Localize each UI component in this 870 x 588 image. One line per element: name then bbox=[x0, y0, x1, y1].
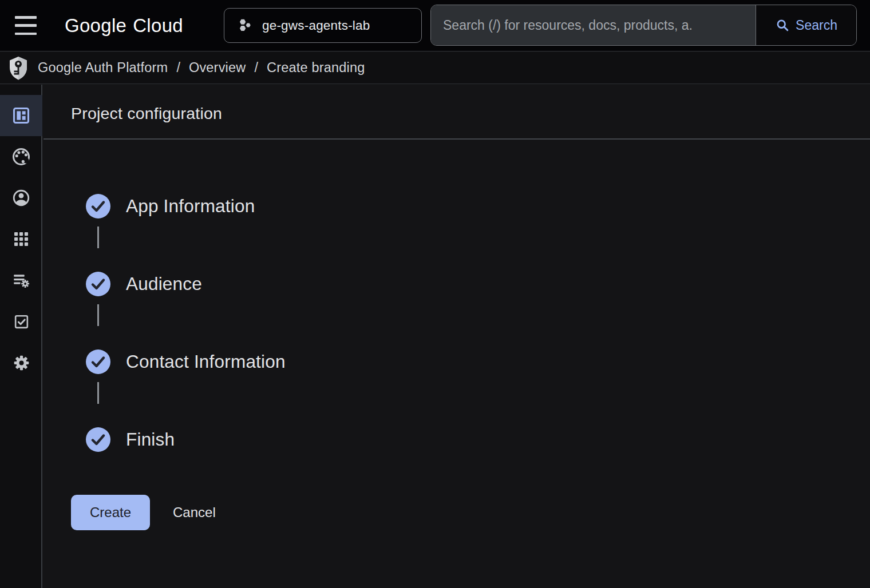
sidebar-item-audience[interactable] bbox=[0, 177, 42, 218]
step-completed-check-icon bbox=[86, 272, 110, 296]
step-connector bbox=[97, 227, 99, 248]
sidebar-item-verification[interactable] bbox=[0, 301, 42, 342]
project-selector-button[interactable]: ge-gws-agents-lab bbox=[224, 8, 422, 43]
breadcrumb: Google Auth Platform / Overview / Create… bbox=[0, 52, 870, 84]
sidebar-item-dashboard[interactable] bbox=[0, 95, 42, 136]
logo-word-google: Google bbox=[65, 15, 126, 37]
step-completed-check-icon bbox=[86, 349, 110, 374]
sidebar-item-settings[interactable] bbox=[0, 342, 42, 383]
step-app-information: App Information bbox=[86, 193, 255, 218]
step-label: Finish bbox=[126, 429, 175, 450]
search-button-label: Search bbox=[796, 18, 837, 33]
search-input[interactable] bbox=[431, 18, 756, 33]
step-label: Contact Information bbox=[126, 351, 286, 372]
project-hexagons-icon bbox=[237, 18, 252, 33]
create-button[interactable]: Create bbox=[71, 495, 150, 530]
step-connector bbox=[97, 304, 99, 326]
breadcrumb-separator: / bbox=[176, 60, 180, 76]
step-contact-information: Contact Information bbox=[86, 349, 286, 374]
header-divider bbox=[43, 138, 870, 140]
logo-word-cloud: Cloud bbox=[133, 15, 183, 37]
search-icon bbox=[775, 18, 790, 33]
sidebar-nav bbox=[0, 85, 42, 588]
breadcrumb-item-overview[interactable]: Overview bbox=[189, 60, 246, 76]
shield-key-icon bbox=[8, 56, 29, 80]
sidebar-item-data-access[interactable] bbox=[0, 260, 42, 301]
top-bar: Google Cloud ge-gws-agents-lab Search bbox=[0, 0, 870, 51]
page-title: Project configuration bbox=[71, 104, 222, 123]
breadcrumb-separator: / bbox=[254, 60, 258, 76]
search-button[interactable]: Search bbox=[756, 5, 856, 45]
breadcrumb-item-google-auth-platform[interactable]: Google Auth Platform bbox=[38, 60, 168, 76]
breadcrumb-item-create-branding[interactable]: Create branding bbox=[267, 60, 365, 76]
sidebar-item-clients[interactable] bbox=[0, 218, 42, 260]
sidebar-item-branding[interactable] bbox=[0, 136, 42, 177]
dashboard-icon bbox=[11, 106, 31, 125]
step-completed-check-icon bbox=[86, 427, 110, 452]
list-settings-icon bbox=[11, 271, 31, 290]
search-bar: Search bbox=[430, 5, 857, 46]
step-finish: Finish bbox=[86, 427, 175, 452]
step-completed-check-icon bbox=[86, 194, 110, 218]
cancel-button[interactable]: Cancel bbox=[173, 495, 216, 530]
step-connector bbox=[97, 382, 99, 404]
checkbox-icon bbox=[13, 313, 30, 331]
google-cloud-logo[interactable]: Google Cloud bbox=[65, 0, 183, 51]
step-label: App Information bbox=[126, 196, 255, 217]
project-name: ge-gws-agents-lab bbox=[262, 18, 370, 33]
gear-icon bbox=[12, 353, 31, 372]
step-audience: Audience bbox=[86, 271, 202, 296]
step-label: Audience bbox=[126, 273, 202, 295]
google-cloud-console: Google Cloud ge-gws-agents-lab Search bbox=[0, 0, 870, 588]
hamburger-menu-icon[interactable] bbox=[15, 16, 38, 35]
palette-icon bbox=[11, 146, 31, 167]
apps-grid-icon bbox=[12, 230, 30, 248]
person-icon bbox=[11, 188, 31, 208]
search-field-container bbox=[431, 5, 756, 45]
